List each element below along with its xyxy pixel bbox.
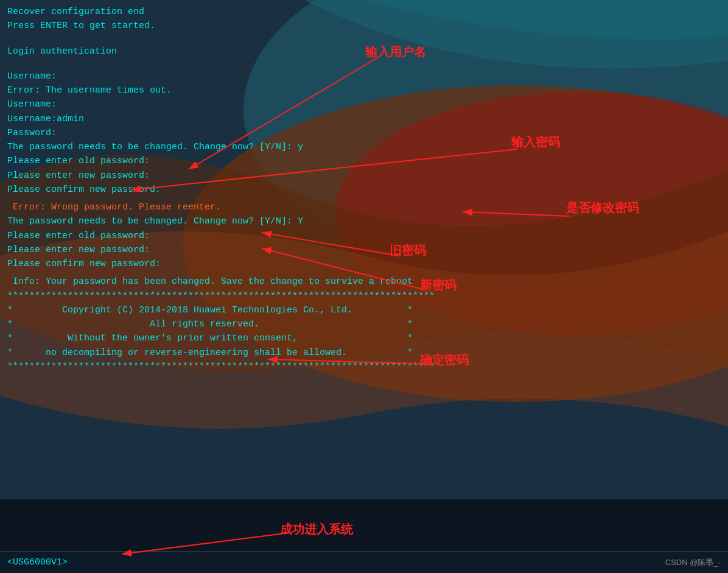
annotation-password: 输入密码 bbox=[511, 134, 560, 150]
line-consent: * Without the owner's prior written cons… bbox=[7, 331, 721, 345]
annotation-new-pw: 新密码 bbox=[420, 277, 457, 294]
line-confirm-pw1: Please confirm new password: bbox=[7, 183, 721, 197]
system-prompt: <USG6000V1> bbox=[7, 557, 68, 568]
line-info-changed: Info: Your password has been changed. Sa… bbox=[7, 275, 721, 289]
line-press-enter: Press ENTER to get started. bbox=[7, 19, 721, 33]
line-username-admin: Username:admin bbox=[7, 112, 721, 126]
line-copyright: * Copyright (C) 2014-2018 Huawei Technol… bbox=[7, 303, 721, 317]
annotation-confirm-pw: 确定密码 bbox=[420, 352, 469, 368]
line-change-now1: The password needs to be changed. Change… bbox=[7, 140, 721, 154]
line-new-pw2: Please enter new password: bbox=[7, 243, 721, 257]
terminal-output: Recover configuration end Press ENTER to… bbox=[0, 0, 728, 573]
line-username1: Username: bbox=[7, 69, 721, 83]
annotation-username: 输入用户名 bbox=[365, 44, 426, 60]
terminal-prompt-bar: <USG6000V1> bbox=[0, 551, 728, 573]
line-username2: Username: bbox=[7, 97, 721, 111]
line-login-auth: Login authentication bbox=[7, 44, 721, 58]
annotation-old-pw: 旧密码 bbox=[390, 242, 426, 259]
line-error-timeout: Error: The username times out. bbox=[7, 83, 721, 97]
annotation-success: 成功进入系统 bbox=[280, 521, 353, 538]
line-password1: Password: bbox=[7, 126, 721, 140]
line-recover: Recover configuration end bbox=[7, 5, 721, 19]
line-change-now2: The password needs to be changed. Change… bbox=[7, 214, 721, 228]
line-old-pw2: Please enter old password: bbox=[7, 229, 721, 243]
line-decompile: * no decompiling or reverse-engineering … bbox=[7, 346, 721, 360]
line-old-pw1: Please enter old password: bbox=[7, 154, 721, 168]
line-stars2: ****************************************… bbox=[7, 360, 721, 374]
annotation-change-pw: 是否修改密码 bbox=[566, 200, 639, 216]
line-confirm-pw2: Please confirm new password: bbox=[7, 257, 721, 271]
csdn-watermark: CSDN @陈墨_- bbox=[665, 557, 721, 568]
line-rights: * All rights reserved. * bbox=[7, 317, 721, 331]
line-new-pw1: Please enter new password: bbox=[7, 169, 721, 183]
line-stars1: ****************************************… bbox=[7, 289, 721, 303]
